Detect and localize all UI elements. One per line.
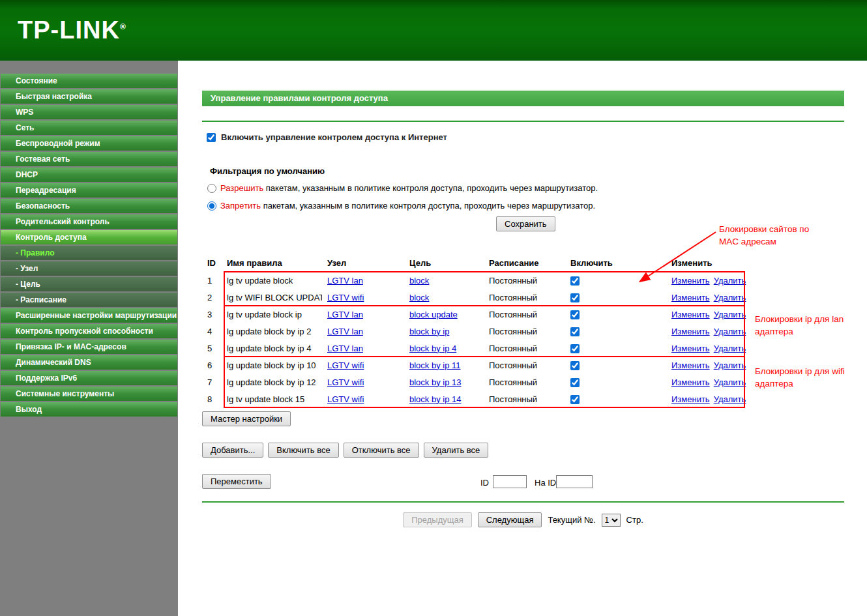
rule-target-link[interactable]: block by ip 11 [409,360,461,370]
rule-host-link[interactable]: LGTV lan [327,276,363,286]
rule-enable-checkbox[interactable] [570,327,580,336]
page-select[interactable]: 1 [602,514,621,527]
router-admin-page: TP-LINK® СостояниеБыстрая настройкаWPSСе… [0,0,867,616]
tp-link-logo: TP-LINK® [0,16,126,44]
sidebar-item-dhcp[interactable]: DHCP [1,168,177,182]
divider [202,501,844,503]
rule-edit-link[interactable]: Изменить [671,293,710,302]
enable-access-control-checkbox[interactable] [207,133,216,142]
rule-delete-link[interactable]: Удалить [714,276,746,286]
sidebar-item-quick-setup[interactable]: Быстрая настройка [1,89,177,104]
sidebar-item-logout[interactable]: Выход [1,402,177,417]
rules-table-body: 1 lg tv update block LGTV lan block Пост… [202,272,844,407]
rule-target-link[interactable]: block update [409,310,458,319]
sidebar-item-schedule[interactable]: - Расписание [1,293,177,307]
disable-all-button[interactable]: Отключить все [344,443,419,458]
rule-delete-link[interactable]: Удалить [714,327,746,336]
rule-host-link[interactable]: LGTV wifi [327,360,364,370]
rule-enable-checkbox[interactable] [570,344,580,353]
allow-radio-word: Разрешить [220,183,263,193]
rule-id: 5 [202,340,222,357]
annotation-wifi-text: Блокировки ip для wifi адаптера [755,365,849,390]
rule-enable-checkbox[interactable] [570,276,580,286]
deny-radio[interactable] [207,201,216,211]
rule-id: 6 [202,357,222,374]
rule-host-link[interactable]: LGTV lan [327,344,363,353]
sidebar-item-host[interactable]: - Узел [1,261,177,276]
rule-delete-link[interactable]: Удалить [714,394,746,404]
rule-id: 2 [202,289,222,306]
rule-edit-link[interactable]: Изменить [671,360,710,370]
rule-enable-checkbox[interactable] [570,395,580,404]
sidebar-item-bandwidth-control[interactable]: Контроль пропускной способности [1,324,177,338]
move-button[interactable]: Переместить [202,474,271,489]
rule-edit-link[interactable]: Изменить [671,344,710,353]
rule-target-link[interactable]: block by ip 14 [409,394,462,404]
delete-all-button[interactable]: Удалить все [424,443,489,458]
setup-wizard-button[interactable]: Мастер настройки [202,411,291,426]
sidebar-item-system-tools[interactable]: Системные инструменты [1,387,177,401]
rule-enable-checkbox[interactable] [570,361,580,370]
move-id-label: ID [480,478,489,488]
sidebar-item-forwarding[interactable]: Переадресация [1,183,177,198]
rule-host-link[interactable]: LGTV wifi [327,377,364,387]
rule-row: 5 lg update block by ip 4 LGTV lan block… [202,340,844,357]
rule-delete-link[interactable]: Удалить [714,377,746,387]
sidebar-item-advanced-routing[interactable]: Расширенные настройки маршрутизации [1,308,177,323]
rule-enable-checkbox[interactable] [570,310,580,319]
deny-radio-word: Запретить [220,201,261,211]
rule-id: 7 [202,374,222,390]
sidebar-item-security[interactable]: Безопасность [1,199,177,213]
annotation-mac-text: Блокировки сайтов по MAC адресам [719,223,829,248]
rule-host-link[interactable]: LGTV lan [327,310,363,319]
rule-host-link[interactable]: LGTV wifi [327,394,364,404]
rules-table-header-row: ID Имя правила Узел Цель Расписание Вклю… [202,256,844,272]
sidebar-item-wps[interactable]: WPS [1,105,177,119]
move-id-input[interactable] [493,475,527,488]
rule-schedule: Постоянный [484,374,565,390]
enable-all-button[interactable]: Включить все [268,443,338,458]
sidebar-item-dynamic-dns[interactable]: Динамический DNS [1,355,177,370]
rule-edit-link[interactable]: Изменить [671,394,710,404]
rule-edit-link[interactable]: Изменить [671,310,710,319]
allow-radio-row: Разрешить пакетам, указанным в политике … [207,183,598,193]
rule-target-link[interactable]: block [409,293,429,302]
rule-host-link[interactable]: LGTV lan [327,327,363,336]
annotation-lan-text: Блокировки ip для lan адаптера [755,313,849,338]
rule-target-link[interactable]: block by ip 4 [409,344,456,353]
add-rule-button[interactable]: Добавить... [202,443,263,458]
rule-host-link[interactable]: LGTV wifi [327,293,364,302]
rule-delete-link[interactable]: Удалить [714,360,746,370]
sidebar-item-wireless[interactable]: Беспроводной режим [1,136,177,151]
sidebar-item-target[interactable]: - Цель [1,277,177,291]
rule-target-link[interactable]: block by ip [409,327,449,336]
rule-enable-checkbox[interactable] [570,378,580,387]
save-button[interactable]: Сохранить [496,216,555,231]
sidebar-item-access-control[interactable]: Контроль доступа [1,230,177,244]
allow-radio[interactable] [207,184,216,193]
rule-delete-link[interactable]: Удалить [714,310,746,319]
rule-edit-link[interactable]: Изменить [671,377,710,387]
rule-edit-link[interactable]: Изменить [671,327,710,336]
rule-name: lg update block by ip 2 [222,323,322,340]
rule-delete-link[interactable]: Удалить [714,344,746,353]
rule-name: lg update block by ip 10 [222,357,322,374]
sidebar-item-status[interactable]: Состояние [1,74,177,88]
next-page-button[interactable]: Следующая [478,512,542,527]
move-to-id-input[interactable] [556,475,593,488]
rule-name: lg tv update block [222,272,322,289]
rule-target-link[interactable]: block by ip 13 [409,377,462,387]
rule-delete-link[interactable]: Удалить [714,293,746,302]
rule-id: 3 [202,306,222,323]
rule-edit-link[interactable]: Изменить [671,276,710,286]
rule-target-link[interactable]: block [409,276,429,286]
previous-page-button[interactable]: Предыдущая [403,512,472,527]
sidebar-item-network[interactable]: Сеть [1,121,177,135]
actions-row: Добавить... Включить все Отключить все У… [202,443,488,458]
rule-enable-checkbox[interactable] [570,293,580,302]
sidebar-item-ip-mac-binding[interactable]: Привязка IP- и MAC-адресов [1,340,177,354]
sidebar-item-parental-control[interactable]: Родительский контроль [1,214,177,229]
sidebar-item-ipv6-support[interactable]: Поддержка IPv6 [1,371,177,385]
sidebar-item-guest-network[interactable]: Гостевая сеть [1,152,177,166]
sidebar-item-rule[interactable]: - Правило [1,246,177,260]
